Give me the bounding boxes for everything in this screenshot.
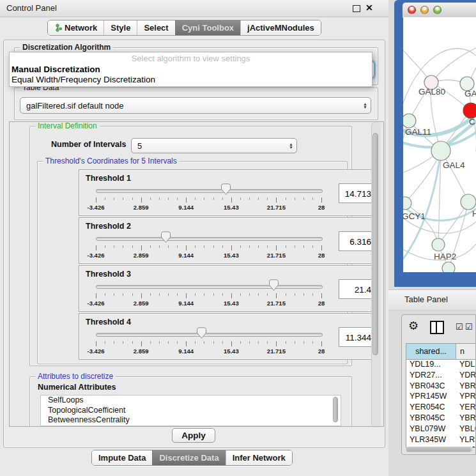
dropdown-item-equal-width-frequency[interactable]: Equal Width/Frequency Discretization <box>10 75 372 85</box>
network-icon <box>54 24 62 32</box>
slider-tick <box>150 197 151 200</box>
float-window-icon[interactable] <box>353 5 360 12</box>
gear-icon[interactable]: ⚙ <box>408 319 418 333</box>
slider-tick <box>258 245 259 248</box>
slider-track[interactable] <box>96 285 323 289</box>
control-panel: Control Panel ✕ Network Style Select Cyn… <box>0 0 388 476</box>
slider-tick <box>240 245 241 248</box>
cell-name: YLR3 <box>456 435 476 446</box>
tab-impute-data[interactable]: Impute Data <box>92 450 152 465</box>
slider-track[interactable] <box>96 237 323 241</box>
combo-arrows-icon: ▲▼ <box>286 142 296 150</box>
settings-scrollbar-thumb[interactable] <box>372 133 378 355</box>
table-row[interactable]: YBR045CYBR0 <box>406 413 476 424</box>
network-window-titlebar[interactable] <box>403 3 476 18</box>
split-columns-icon[interactable] <box>430 321 444 334</box>
slider-tick-label: 28 <box>318 252 325 259</box>
svg-text:GAL11: GAL11 <box>405 127 431 137</box>
mac-minimize-button[interactable] <box>420 6 429 14</box>
svg-text:H: H <box>472 209 476 219</box>
slider-tick <box>321 197 322 203</box>
network-view-window[interactable]: GAL80GACGAL11GAL4GCY1HHAP2 <box>394 0 476 287</box>
slider-thumb[interactable] <box>221 183 231 196</box>
dropdown-item-manual-discretization[interactable]: Manual Discretization <box>10 65 372 75</box>
slider-tick <box>159 341 160 344</box>
slider-tick <box>150 293 151 296</box>
combo-arrows-icon: ▲▼ <box>360 102 371 109</box>
tab-cyni-toolbox[interactable]: Cyni Toolbox <box>175 20 240 35</box>
number-of-intervals-value: 5 <box>132 141 286 151</box>
table-panel-window: ⚙ ☑ ☑ shared... n YDL19...YDL1YDR27...YD… <box>401 314 476 455</box>
table-row[interactable]: YBL079WYBL0 <box>406 424 476 435</box>
threshold-value-input[interactable]: 14.713 <box>339 183 375 203</box>
tab-select[interactable]: Select <box>137 20 174 35</box>
table-row[interactable]: YDR27...YDR2 <box>406 371 476 381</box>
checkbox-icon[interactable]: ☑ <box>456 322 463 332</box>
slider-tick <box>286 341 286 344</box>
threshold-value-input[interactable]: 11.344 <box>339 327 375 347</box>
tab-network[interactable]: Network <box>48 20 104 35</box>
close-panel-icon[interactable]: ✕ <box>365 3 373 13</box>
node-attribute-table: shared... n YDL19...YDL1YDR27...YDR2YBR0… <box>406 343 476 448</box>
threshold-label: Threshold 3 <box>86 270 131 279</box>
attributes-list-scrollbar-thumb[interactable] <box>333 397 338 422</box>
slider-thumb[interactable] <box>197 327 206 339</box>
slider-track[interactable] <box>96 189 323 193</box>
slider-tick <box>213 293 214 296</box>
slider-tick <box>168 245 169 248</box>
mac-close-button[interactable] <box>408 6 416 14</box>
svg-text:GAL4: GAL4 <box>443 160 465 170</box>
network-graph[interactable]: GAL80GACGAL11GAL4GCY1HHAP2 <box>403 17 476 272</box>
slider-tick <box>295 293 295 296</box>
table-row[interactable]: YER054CYER0 <box>406 403 476 413</box>
table-row[interactable]: YDL19...YDL1 <box>406 360 476 371</box>
svg-text:GA: GA <box>464 89 476 98</box>
slider-tick <box>276 341 277 346</box>
tab-style[interactable]: Style <box>104 20 137 35</box>
threshold-value-input[interactable]: 6.316 <box>339 231 375 251</box>
table-row[interactable]: YLR345WYLR3 <box>406 435 476 446</box>
slider-track[interactable] <box>96 333 323 337</box>
numerical-attribute-item[interactable]: SelfLoops <box>41 395 341 406</box>
threshold-label: Threshold 2 <box>86 222 131 231</box>
threshold-value-input[interactable]: 21.4 <box>339 279 375 299</box>
table-row[interactable]: YPR145WYPR1 <box>406 392 476 403</box>
table-row[interactable]: YBR043CYBR0 <box>406 381 476 392</box>
slider-thumb[interactable] <box>161 231 171 243</box>
table-data-combobox[interactable]: galFiltered.sif default node ▲▼ <box>20 97 371 114</box>
slider-tick <box>168 197 169 200</box>
apply-button[interactable]: Apply <box>172 428 215 443</box>
table-hscrollbar-track[interactable] <box>406 447 473 452</box>
column-header-name[interactable]: n <box>456 344 476 359</box>
numerical-attribute-item[interactable]: TopologicalCoefficient <box>41 406 341 416</box>
slider-tick <box>276 197 277 203</box>
table-hscrollbar-thumb[interactable] <box>406 447 471 452</box>
number-of-intervals-label: Number of Intervals <box>51 140 126 149</box>
cell-shared-name: YLR345W <box>406 435 456 446</box>
slider-tick <box>96 245 96 250</box>
mac-zoom-button[interactable] <box>433 6 441 14</box>
cell-name: YBR0 <box>456 381 476 392</box>
column-header-shared-name[interactable]: shared... <box>406 344 456 359</box>
tab-select-label: Select <box>144 20 168 35</box>
tab-jactivemnodules[interactable]: jActiveMNodules <box>240 20 321 35</box>
slider-tick <box>286 293 286 296</box>
slider-tick <box>150 245 151 248</box>
slider-tick <box>96 197 96 203</box>
slider-tick <box>321 245 322 250</box>
network-canvas[interactable]: GAL80GACGAL11GAL4GCY1HHAP2 <box>403 17 476 272</box>
slider-tick <box>204 245 204 248</box>
slider-tick <box>132 293 133 296</box>
tab-infer-network[interactable]: Infer Network <box>226 450 292 465</box>
number-of-intervals-combobox[interactable]: 5 ▲▼ <box>131 138 297 153</box>
tab-discretize-data[interactable]: Discretize Data <box>152 450 225 465</box>
interval-definition-group-title: Interval Definition <box>35 121 100 131</box>
slider-tick <box>186 197 187 203</box>
svg-text:C: C <box>469 117 475 127</box>
checkbox-icon[interactable]: ☑ <box>465 322 473 332</box>
slider-thumb[interactable] <box>269 279 279 291</box>
numerical-attribute-item[interactable]: BetweennessCentrality <box>41 415 341 426</box>
slider-tick <box>204 341 204 344</box>
slider-tick <box>204 197 204 200</box>
slider-tick-label: 15.43 <box>224 204 239 211</box>
